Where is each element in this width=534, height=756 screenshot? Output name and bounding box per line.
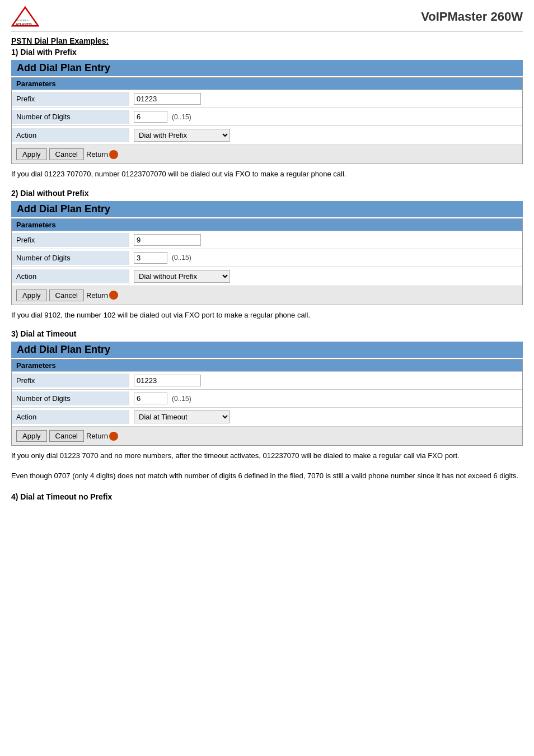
section-2-prefix-input[interactable] bbox=[134, 234, 201, 246]
section-1-prefix-input[interactable] bbox=[134, 93, 201, 105]
section-2-digits-row: Number of Digits (0..15) bbox=[12, 249, 522, 267]
product-title: VoIPMaster 260W bbox=[421, 10, 523, 24]
section-2-button-row: Apply Cancel Return bbox=[12, 286, 522, 305]
section-2-action-value: Dial with Prefix Dial without Prefix Dia… bbox=[129, 267, 522, 286]
section-3-description1: If you only dial 01223 7070 and no more … bbox=[11, 450, 523, 461]
section-3-heading: 3) Dial at Timeout bbox=[11, 329, 523, 338]
section-4-heading: 4) Dial at Timeout no Prefix bbox=[11, 492, 523, 501]
section-1-button-row: Apply Cancel Return bbox=[12, 144, 522, 164]
section-3-action-label: Action bbox=[12, 410, 129, 424]
section-1-digits-label: Number of Digits bbox=[12, 110, 129, 124]
section-2-prefix-value bbox=[129, 231, 522, 249]
section-1-description: If you dial 01223 707070, number 0122370… bbox=[11, 169, 523, 180]
svg-text:NETWORKS: NETWORKS bbox=[15, 19, 29, 22]
section-2-digits-hint: (0..15) bbox=[172, 254, 191, 262]
section-2-digits-input[interactable] bbox=[134, 252, 167, 264]
section-2-prefix-row: Prefix bbox=[12, 231, 522, 249]
section-1-prefix-row: Prefix bbox=[12, 90, 522, 108]
section-2-description: If you dial 9102, the number 102 will be… bbox=[11, 310, 523, 321]
section-2-params-header: Parameters bbox=[12, 219, 522, 231]
section-2-apply-button[interactable]: Apply bbox=[16, 290, 47, 301]
section-3-prefix-label: Prefix bbox=[12, 374, 129, 388]
section-3-params-header: Parameters bbox=[12, 360, 522, 371]
section-3-button-row: Apply Cancel Return bbox=[12, 426, 522, 445]
section-2-form-title: Add Dial Plan Entry bbox=[11, 201, 523, 217]
section-1-prefix-label: Prefix bbox=[12, 92, 129, 106]
section-3-digits-value: (0..15) bbox=[129, 390, 522, 407]
section-2-action-row: Action Dial with Prefix Dial without Pre… bbox=[12, 267, 522, 286]
section-1: 1) Dial with Prefix Add Dial Plan Entry … bbox=[11, 48, 523, 180]
section-2-table: Parameters Prefix Number of Digits (0..1… bbox=[11, 218, 523, 305]
section-1-action-select[interactable]: Dial with Prefix Dial without Prefix Dia… bbox=[134, 129, 230, 142]
section-1-params-header: Parameters bbox=[12, 78, 522, 90]
section-1-digits-row: Number of Digits (0..15) bbox=[12, 108, 522, 125]
logo: ATLANTIS NETWORKS bbox=[11, 6, 39, 28]
page-title: PSTN Dial Plan Examples: bbox=[11, 36, 523, 45]
section-3-cancel-button[interactable]: Cancel bbox=[49, 430, 84, 442]
section-1-table: Parameters Prefix Number of Digits (0..1… bbox=[11, 77, 523, 164]
section-1-return-label: Return bbox=[86, 150, 108, 158]
atlantis-logo: ATLANTIS NETWORKS bbox=[11, 6, 39, 28]
section-3-digits-input[interactable] bbox=[134, 393, 167, 404]
section-2-return-label: Return bbox=[86, 291, 108, 300]
section-3-action-value: Dial with Prefix Dial without Prefix Dia… bbox=[129, 408, 522, 426]
section-3-apply-button[interactable]: Apply bbox=[16, 430, 47, 442]
section-3-description2: Even though 0707 (only 4 digits) does no… bbox=[11, 470, 523, 482]
section-1-prefix-value bbox=[129, 90, 522, 108]
section-1-apply-button[interactable]: Apply bbox=[16, 148, 47, 160]
section-2-prefix-label: Prefix bbox=[12, 233, 129, 247]
section-1-form-title: Add Dial Plan Entry bbox=[11, 60, 523, 76]
section-4: 4) Dial at Timeout no Prefix bbox=[11, 492, 523, 501]
section-3-prefix-row: Prefix bbox=[12, 371, 522, 389]
section-2-digits-value: (0..15) bbox=[129, 249, 522, 267]
section-1-heading: 1) Dial with Prefix bbox=[11, 48, 523, 57]
section-3-digits-row: Number of Digits (0..15) bbox=[12, 389, 522, 407]
section-3-digits-label: Number of Digits bbox=[12, 391, 129, 405]
section-1-action-value: Dial with Prefix Dial without Prefix Dia… bbox=[129, 126, 522, 144]
section-1-digits-input[interactable] bbox=[134, 111, 167, 123]
section-2-action-select[interactable]: Dial with Prefix Dial without Prefix Dia… bbox=[134, 270, 230, 283]
svg-text:ATLANTIS: ATLANTIS bbox=[16, 22, 31, 26]
section-2-return-icon bbox=[109, 291, 118, 300]
section-3-table: Parameters Prefix Number of Digits (0..1… bbox=[11, 359, 523, 446]
section-1-action-row: Action Dial with Prefix Dial without Pre… bbox=[12, 125, 522, 144]
section-2-cancel-button[interactable]: Cancel bbox=[49, 290, 84, 301]
header: ATLANTIS NETWORKS VoIPMaster 260W bbox=[11, 6, 523, 31]
section-3-action-select[interactable]: Dial with Prefix Dial without Prefix Dia… bbox=[134, 410, 230, 423]
section-3-prefix-value bbox=[129, 372, 522, 389]
section-3-prefix-input[interactable] bbox=[134, 375, 201, 386]
section-3-action-row: Action Dial with Prefix Dial without Pre… bbox=[12, 407, 522, 426]
section-2-action-label: Action bbox=[12, 269, 129, 283]
section-2-return-link[interactable]: Return bbox=[86, 291, 118, 300]
section-3-return-icon bbox=[109, 432, 118, 441]
section-3-digits-hint: (0..15) bbox=[172, 395, 191, 403]
section-1-return-icon bbox=[109, 150, 118, 159]
section-1-return-link[interactable]: Return bbox=[86, 150, 118, 159]
section-3: 3) Dial at Timeout Add Dial Plan Entry P… bbox=[11, 329, 523, 481]
section-3-return-link[interactable]: Return bbox=[86, 432, 118, 441]
section-1-digits-hint: (0..15) bbox=[172, 113, 191, 121]
section-2: 2) Dial without Prefix Add Dial Plan Ent… bbox=[11, 189, 523, 321]
section-1-action-label: Action bbox=[12, 128, 129, 142]
section-1-digits-value: (0..15) bbox=[129, 108, 522, 125]
section-1-cancel-button[interactable]: Cancel bbox=[49, 148, 84, 160]
section-3-form-title: Add Dial Plan Entry bbox=[11, 342, 523, 358]
section-3-return-label: Return bbox=[86, 432, 108, 440]
section-2-heading: 2) Dial without Prefix bbox=[11, 189, 523, 198]
section-2-digits-label: Number of Digits bbox=[12, 251, 129, 265]
